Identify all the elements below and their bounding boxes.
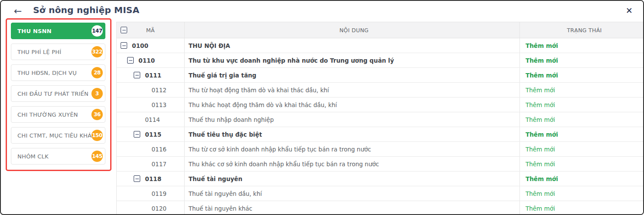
header-cell-content: NỘI DUNG: [185, 22, 520, 38]
sidebar-category-label: THU NSNN: [11, 28, 51, 34]
sidebar-category-label: NHÓM CLK: [11, 153, 49, 160]
row-code: 0116: [152, 146, 166, 153]
row-code: 0110: [138, 57, 155, 64]
back-arrow-icon: ←: [14, 6, 22, 17]
cell-code: 0113: [117, 97, 185, 112]
row-content: Thuế tài nguyên khác: [189, 205, 252, 212]
status-link-them-moi[interactable]: Thêm mới: [526, 175, 558, 182]
collapse-row-icon[interactable]: [134, 131, 140, 138]
status-link-them-moi[interactable]: Thêm mới: [526, 57, 558, 64]
sidebar-category-button-3[interactable]: THU HĐSN, DỊCH VỤ 28: [11, 64, 105, 81]
table-row[interactable]: 0119 Thuế tài nguyên dầu, khí Thêm mới: [117, 186, 643, 201]
cell-status: Thêm mới: [520, 38, 643, 53]
table-row[interactable]: 0111 Thuế giá trị gia tăng Thêm mới: [117, 68, 643, 83]
cell-content: THU NỘI ĐỊA: [185, 38, 520, 53]
cell-code: 0100: [117, 38, 185, 53]
sidebar-category-label: THU PHÍ LỆ PHÍ: [11, 49, 61, 55]
cell-status: Thêm mới: [520, 171, 643, 186]
row-content: Thu khác hoạt động thăm dò và khai thác …: [189, 101, 337, 108]
row-code: 0117: [152, 161, 166, 168]
table-header-row: MÃ NỘI DUNG TRẠNG THÁI: [117, 22, 643, 38]
status-link-them-moi[interactable]: Thêm mới: [526, 146, 555, 153]
cell-content: Thu từ cơ sở kinh doanh nhập khẩu tiếp t…: [185, 142, 520, 156]
collapse-row-icon[interactable]: [121, 42, 127, 49]
back-button[interactable]: ←: [11, 4, 24, 17]
table-row[interactable]: 0114 Thuế thu nhập doanh nghiệp Thêm mới: [117, 112, 643, 127]
close-button[interactable]: ✕: [622, 3, 636, 17]
category-sidebar-annotation-box: THU NSNN 147 THU PHÍ LỆ PHÍ 322 THU HĐSN…: [6, 18, 111, 171]
sidebar-category-button-2[interactable]: THU PHÍ LỆ PHÍ 322: [11, 44, 105, 60]
row-code: 0118: [145, 175, 162, 182]
table-row[interactable]: 0115 Thuế tiêu thụ đặc biệt Thêm mới: [117, 127, 643, 142]
row-content: Thu từ hoạt động thăm dò và khai thác dầ…: [189, 87, 329, 94]
row-content: Thuế thu nhập doanh nghiệp: [189, 116, 274, 123]
collapse-row-icon[interactable]: [134, 175, 140, 182]
cell-content: Thu khác hoạt động thăm dò và khai thác …: [185, 97, 520, 112]
cell-code: 0119: [117, 186, 185, 201]
cell-code: 0116: [117, 142, 185, 156]
cell-content: Thuế tài nguyên: [185, 171, 520, 186]
table-row[interactable]: 0100 THU NỘI ĐỊA Thêm mới: [117, 38, 643, 53]
row-content: Thuế giá trị gia tăng: [189, 72, 256, 79]
cell-content: Thu từ hoạt động thăm dò và khai thác dầ…: [185, 83, 520, 97]
cell-content: Thu khác cơ sở kinh doanh nhập khẩu tiếp…: [185, 157, 520, 171]
status-link-them-moi[interactable]: Thêm mới: [526, 87, 555, 94]
sidebar-category-label: CHI ĐẦU TƯ PHÁT TRIỂN: [11, 91, 88, 97]
row-code: 0112: [152, 87, 166, 94]
cell-code: 0111: [117, 68, 185, 82]
status-link-them-moi[interactable]: Thêm mới: [526, 72, 558, 79]
cell-status: Thêm mới: [520, 112, 643, 127]
cell-content: Thu từ khu vực doanh nghiệp nhà nước do …: [185, 53, 520, 67]
table-row[interactable]: 0112 Thu từ hoạt động thăm dò và khai th…: [117, 83, 643, 97]
cell-status: Thêm mới: [520, 142, 643, 156]
cell-status: Thêm mới: [520, 53, 643, 67]
row-code: 0120: [152, 205, 166, 212]
page-title: Sở nông nghiệp MISA: [33, 5, 139, 15]
collapse-all-icon[interactable]: [121, 27, 127, 34]
status-link-them-moi[interactable]: Thêm mới: [526, 101, 555, 108]
table-row[interactable]: 0117 Thu khác cơ sở kinh doanh nhập khẩu…: [117, 157, 643, 171]
row-code: 0111: [145, 72, 162, 79]
row-code: 0113: [152, 101, 166, 108]
header-cell-status: TRẠNG THÁI: [520, 22, 643, 38]
collapse-row-icon[interactable]: [134, 72, 140, 78]
status-link-them-moi[interactable]: Thêm mới: [526, 161, 555, 168]
row-content: Thu từ khu vực doanh nghiệp nhà nước do …: [189, 57, 394, 64]
count-badge: 3: [91, 88, 103, 99]
status-link-them-moi[interactable]: Thêm mới: [526, 116, 555, 123]
sidebar-category-label: CHI CTMT, MỤC TIÊU KHÁC: [11, 132, 95, 139]
cell-status: Thêm mới: [520, 186, 643, 201]
row-content: THU NỘI ĐỊA: [189, 42, 230, 49]
table-row[interactable]: 0116 Thu từ cơ sở kinh doanh nhập khẩu t…: [117, 142, 643, 157]
modal-window: ← Sở nông nghiệp MISA ✕ THU NSNN 147 THU…: [0, 0, 644, 215]
sidebar-category-button-5[interactable]: CHI THƯỜNG XUYÊN 36: [11, 106, 105, 123]
status-link-them-moi[interactable]: Thêm mới: [526, 42, 558, 49]
row-content: Thuế tài nguyên dầu, khí: [189, 190, 262, 197]
row-code: 0119: [152, 190, 166, 197]
table-row[interactable]: 0110 Thu từ khu vực doanh nghiệp nhà nướ…: [117, 53, 643, 68]
status-link-them-moi[interactable]: Thêm mới: [526, 131, 558, 138]
table-row[interactable]: 0120 Thuế tài nguyên khác Thêm mới: [117, 201, 643, 215]
cell-code: 0110: [117, 53, 185, 67]
collapse-row-icon[interactable]: [127, 57, 134, 64]
table-row[interactable]: 0118 Thuế tài nguyên Thêm mới: [117, 171, 643, 186]
cell-status: Thêm mới: [520, 127, 643, 141]
status-link-them-moi[interactable]: Thêm mới: [526, 205, 555, 212]
count-badge: 147: [91, 25, 103, 37]
table-row[interactable]: 0113 Thu khác hoạt động thăm dò và khai …: [117, 97, 643, 112]
cell-content: Thuế tiêu thụ đặc biệt: [185, 127, 520, 141]
cell-content: Thuế tài nguyên dầu, khí: [185, 186, 520, 201]
count-badge: 150: [91, 130, 103, 141]
cell-status: Thêm mới: [520, 83, 643, 97]
cell-status: Thêm mới: [520, 68, 643, 82]
row-code: 0115: [145, 131, 162, 138]
sidebar-category-button-7[interactable]: NHÓM CLK 145: [11, 148, 105, 165]
sidebar-category-button-4[interactable]: CHI ĐẦU TƯ PHÁT TRIỂN 3: [11, 85, 105, 102]
sidebar-category-button-1[interactable]: THU NSNN 147: [11, 23, 105, 39]
sidebar-category-button-6[interactable]: CHI CTMT, MỤC TIÊU KHÁC 150: [11, 127, 105, 144]
cell-code: 0112: [117, 83, 185, 97]
status-link-them-moi[interactable]: Thêm mới: [526, 190, 555, 197]
sidebar-category-label: THU HĐSN, DỊCH VỤ: [11, 70, 77, 76]
row-code: 0114: [145, 116, 160, 123]
cell-status: Thêm mới: [520, 97, 643, 112]
